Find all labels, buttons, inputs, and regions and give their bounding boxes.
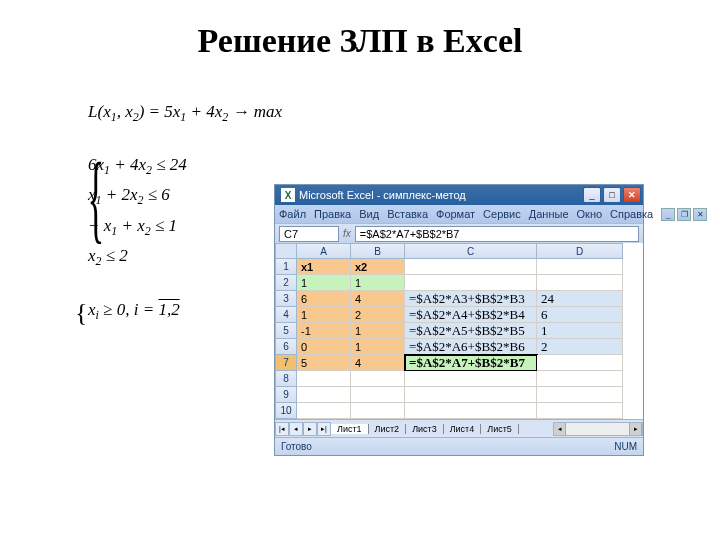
- grid-row: 10: [275, 403, 643, 419]
- cell[interactable]: [405, 403, 537, 419]
- cell[interactable]: [537, 403, 623, 419]
- cell[interactable]: [405, 259, 537, 275]
- cell[interactable]: [537, 355, 623, 371]
- row-header[interactable]: 7: [275, 355, 297, 371]
- menu-view[interactable]: Вид: [359, 208, 379, 220]
- scroll-left-icon[interactable]: ◂: [554, 423, 566, 435]
- row-header[interactable]: 5: [275, 323, 297, 339]
- slide-title: Решение ЗЛП в Excel: [0, 0, 720, 70]
- spreadsheet-grid[interactable]: A B C D 1x1x2211364=$A$2*A3+$B$2*B324412…: [275, 243, 643, 419]
- cell[interactable]: [297, 387, 351, 403]
- menu-window[interactable]: Окно: [577, 208, 603, 220]
- cell[interactable]: [297, 403, 351, 419]
- titlebar[interactable]: X Microsoft Excel - симплекс-метод _ □ ✕: [275, 185, 643, 205]
- cell[interactable]: 24: [537, 291, 623, 307]
- doc-close-button[interactable]: ✕: [693, 208, 707, 221]
- row-header[interactable]: 8: [275, 371, 297, 387]
- row-header[interactable]: 9: [275, 387, 297, 403]
- cell[interactable]: =$A$2*A6+$B$2*B6: [405, 339, 537, 355]
- cell[interactable]: [297, 371, 351, 387]
- cell[interactable]: [537, 259, 623, 275]
- cell[interactable]: 1: [537, 323, 623, 339]
- scroll-right-icon[interactable]: ▸: [630, 423, 642, 435]
- col-header-a[interactable]: A: [297, 243, 351, 259]
- fx-icon[interactable]: fx: [343, 228, 351, 239]
- cell[interactable]: 0: [297, 339, 351, 355]
- cell[interactable]: =$A$2*A3+$B$2*B3: [405, 291, 537, 307]
- doc-minimize-button[interactable]: _: [661, 208, 675, 221]
- sheet-tabs-row: |◂ ◂ ▸ ▸| Лист1 Лист2 Лист3 Лист4 Лист5 …: [275, 419, 643, 437]
- tab-nav-first[interactable]: |◂: [275, 422, 289, 436]
- cell[interactable]: [405, 387, 537, 403]
- cell[interactable]: 2: [351, 307, 405, 323]
- cell[interactable]: =$A$2*A7+$B$2*B7: [405, 355, 537, 371]
- formula-input[interactable]: =$A$2*A7+$B$2*B7: [355, 226, 639, 242]
- cell[interactable]: [405, 371, 537, 387]
- objective-function: L(x1, x2) = 5x1 + 4x2 → max: [88, 102, 282, 125]
- name-box[interactable]: С7: [279, 226, 339, 242]
- maximize-button[interactable]: □: [603, 187, 621, 203]
- menu-tools[interactable]: Сервис: [483, 208, 521, 220]
- sheet-tab-2[interactable]: Лист2: [369, 424, 407, 434]
- close-button[interactable]: ✕: [623, 187, 641, 203]
- grid-row: 364=$A$2*A3+$B$2*B324: [275, 291, 643, 307]
- sheet-tab-5[interactable]: Лист5: [481, 424, 519, 434]
- grid-row: 754=$A$2*A7+$B$2*B7: [275, 355, 643, 371]
- cell[interactable]: x2: [351, 259, 405, 275]
- cell[interactable]: 1: [351, 339, 405, 355]
- cell[interactable]: 6: [297, 291, 351, 307]
- grid-row: 601=$A$2*A6+$B$2*B62: [275, 339, 643, 355]
- grid-row: 211: [275, 275, 643, 291]
- menu-format[interactable]: Формат: [436, 208, 475, 220]
- cell[interactable]: [351, 371, 405, 387]
- cell[interactable]: 5: [297, 355, 351, 371]
- col-header-d[interactable]: D: [537, 243, 623, 259]
- row-header[interactable]: 4: [275, 307, 297, 323]
- col-header-c[interactable]: C: [405, 243, 537, 259]
- cell[interactable]: =$A$2*A4+$B$2*B4: [405, 307, 537, 323]
- col-header-b[interactable]: B: [351, 243, 405, 259]
- cell[interactable]: [537, 275, 623, 291]
- row-header[interactable]: 3: [275, 291, 297, 307]
- tab-nav-prev[interactable]: ◂: [289, 422, 303, 436]
- sheet-tab-4[interactable]: Лист4: [444, 424, 482, 434]
- grid-row: 5-11=$A$2*A5+$B$2*B51: [275, 323, 643, 339]
- cell[interactable]: 1: [297, 275, 351, 291]
- horizontal-scrollbar[interactable]: ◂ ▸: [553, 422, 643, 436]
- cell[interactable]: [351, 403, 405, 419]
- cell[interactable]: 1: [297, 307, 351, 323]
- cell[interactable]: [405, 275, 537, 291]
- cell[interactable]: -1: [297, 323, 351, 339]
- cell[interactable]: 4: [351, 355, 405, 371]
- cell[interactable]: 4: [351, 291, 405, 307]
- menu-insert[interactable]: Вставка: [387, 208, 428, 220]
- tab-nav-next[interactable]: ▸: [303, 422, 317, 436]
- menu-edit[interactable]: Правка: [314, 208, 351, 220]
- nonnegativity: { xi ≥ 0, i = 1,2: [88, 300, 180, 323]
- cell[interactable]: 6: [537, 307, 623, 323]
- cell[interactable]: 1: [351, 323, 405, 339]
- select-all-corner[interactable]: [275, 243, 297, 259]
- menu-data[interactable]: Данные: [529, 208, 569, 220]
- menu-file[interactable]: Файл: [279, 208, 306, 220]
- cell[interactable]: 1: [351, 275, 405, 291]
- cell[interactable]: 2: [537, 339, 623, 355]
- cell[interactable]: [537, 371, 623, 387]
- minimize-button[interactable]: _: [583, 187, 601, 203]
- tab-nav-last[interactable]: ▸|: [317, 422, 331, 436]
- menu-help[interactable]: Справка: [610, 208, 653, 220]
- cell[interactable]: [351, 387, 405, 403]
- sheet-tab-3[interactable]: Лист3: [406, 424, 444, 434]
- row-header[interactable]: 2: [275, 275, 297, 291]
- cell[interactable]: x1: [297, 259, 351, 275]
- cell[interactable]: [537, 387, 623, 403]
- cell[interactable]: =$A$2*A5+$B$2*B5: [405, 323, 537, 339]
- grid-row: 8: [275, 371, 643, 387]
- row-header[interactable]: 10: [275, 403, 297, 419]
- row-header[interactable]: 1: [275, 259, 297, 275]
- row-header[interactable]: 6: [275, 339, 297, 355]
- status-bar: Готово NUM: [275, 437, 643, 455]
- sheet-tab-1[interactable]: Лист1: [331, 424, 369, 434]
- status-ready: Готово: [281, 441, 312, 452]
- doc-restore-button[interactable]: ❐: [677, 208, 691, 221]
